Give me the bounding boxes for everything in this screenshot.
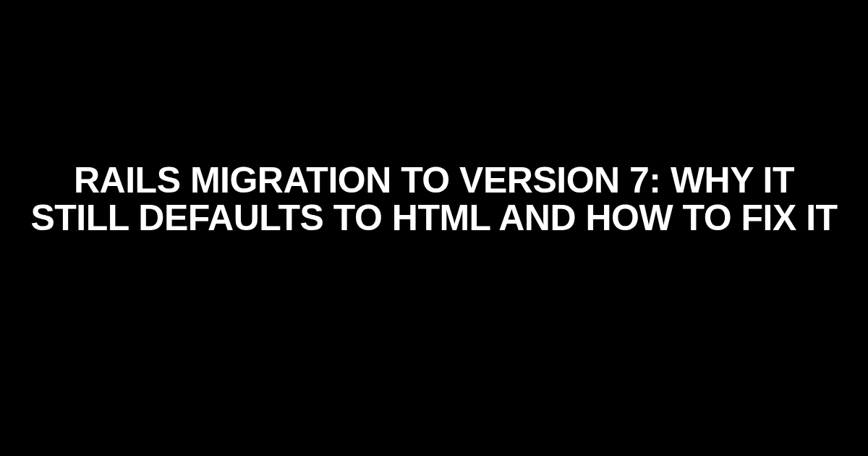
title-container: RAILS MIGRATION TO VERSION 7: WHY IT STI… — [0, 161, 868, 237]
page-title: RAILS MIGRATION TO VERSION 7: WHY IT STI… — [29, 161, 839, 237]
